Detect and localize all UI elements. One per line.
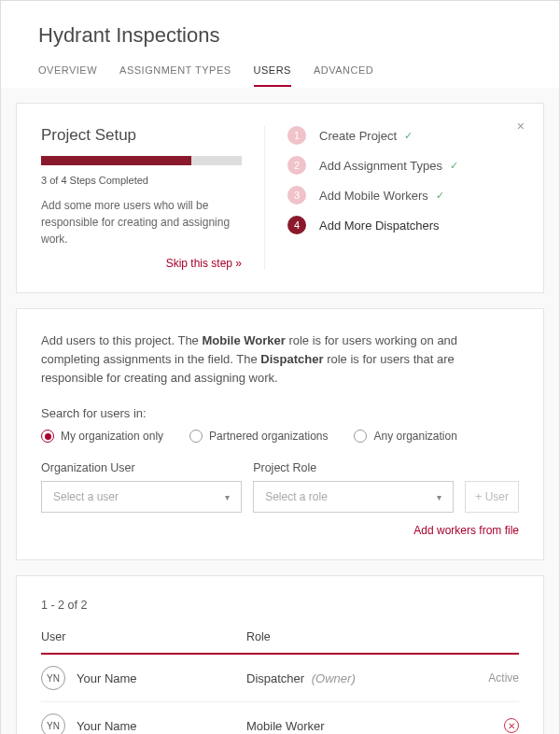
- add-workers-from-file-link[interactable]: Add workers from file: [41, 524, 519, 537]
- table-header: User Role: [41, 630, 519, 655]
- add-user-button[interactable]: + User: [465, 481, 519, 513]
- table-row: YN Your Name Mobile Worker ✕: [41, 702, 519, 734]
- skip-step-link[interactable]: Skip this step »: [41, 257, 242, 270]
- search-scope-radios: My organization only Partnered organizat…: [41, 430, 519, 443]
- page-title: Hydrant Inspections: [38, 23, 522, 48]
- add-users-panel: Add users to this project. The Mobile Wo…: [16, 308, 544, 560]
- radio-icon: [41, 430, 54, 443]
- radio-icon: [189, 430, 203, 443]
- radio-my-org[interactable]: My organization only: [41, 430, 163, 443]
- step-label: Add Assignment Types: [319, 159, 442, 173]
- setup-title: Project Setup: [41, 126, 242, 145]
- check-icon: ✓: [436, 190, 444, 202]
- org-user-label: Organization User: [41, 461, 242, 474]
- step-label: Create Project: [319, 129, 397, 143]
- radio-partnered-orgs[interactable]: Partnered organizations: [189, 430, 328, 443]
- step-badge: 1: [287, 126, 306, 145]
- user-name: Your Name: [77, 719, 137, 733]
- step-add-more-dispatchers: 4 Add More Dispatchers: [287, 216, 519, 234]
- step-label: Add Mobile Workers: [319, 189, 428, 203]
- tab-assignment-types[interactable]: ASSIGNMENT TYPES: [119, 64, 231, 87]
- progress-bar: [41, 156, 242, 165]
- users-table-panel: 1 - 2 of 2 User Role YN Your Name Dispat…: [16, 575, 544, 734]
- search-scope-label: Search for users in:: [41, 406, 519, 420]
- org-user-select[interactable]: Select a user ▾: [41, 481, 242, 513]
- check-icon: ✓: [404, 130, 413, 142]
- progress-label: 3 of 4 Steps Completed: [41, 175, 242, 186]
- col-header-role: Role: [246, 630, 519, 643]
- step-create-project: 1 Create Project ✓: [287, 126, 519, 145]
- users-intro-text: Add users to this project. The Mobile Wo…: [41, 332, 519, 388]
- user-role-suffix: (Owner): [312, 671, 356, 685]
- table-row: YN Your Name Dispatcher (Owner) Active: [41, 655, 519, 702]
- avatar: YN: [41, 713, 65, 734]
- user-role: Mobile Worker: [246, 719, 325, 733]
- step-add-assignment-types: 2 Add Assignment Types ✓: [287, 156, 519, 175]
- step-label: Add More Dispatchers: [319, 219, 440, 233]
- chevron-down-icon: ▾: [225, 492, 230, 502]
- check-icon: ✓: [450, 160, 458, 172]
- project-setup-panel: Project Setup 3 of 4 Steps Completed Add…: [16, 103, 544, 293]
- user-role: Dispatcher: [246, 671, 304, 685]
- tab-advanced[interactable]: ADVANCED: [314, 64, 373, 87]
- col-header-user: User: [41, 630, 246, 643]
- tabs: OVERVIEW ASSIGNMENT TYPES USERS ADVANCED: [38, 64, 522, 88]
- radio-any-org[interactable]: Any organization: [354, 430, 456, 443]
- radio-icon: [354, 430, 367, 443]
- step-badge: 2: [287, 156, 306, 175]
- setup-description: Add some more users who will be responsi…: [41, 197, 242, 247]
- delete-row-button[interactable]: ✕: [504, 718, 519, 733]
- tab-users[interactable]: USERS: [254, 64, 291, 87]
- row-count: 1 - 2 of 2: [41, 599, 519, 612]
- step-badge: 3: [287, 186, 306, 205]
- chevron-down-icon: ▾: [437, 492, 441, 502]
- close-icon[interactable]: ×: [517, 119, 525, 134]
- project-role-select[interactable]: Select a role ▾: [253, 481, 454, 513]
- user-name: Your Name: [77, 671, 137, 685]
- step-badge: 4: [287, 216, 306, 234]
- step-add-mobile-workers: 3 Add Mobile Workers ✓: [287, 186, 519, 205]
- project-role-label: Project Role: [253, 461, 454, 474]
- tab-overview[interactable]: OVERVIEW: [38, 64, 97, 87]
- status-badge: Active: [488, 671, 519, 685]
- avatar: YN: [41, 666, 65, 690]
